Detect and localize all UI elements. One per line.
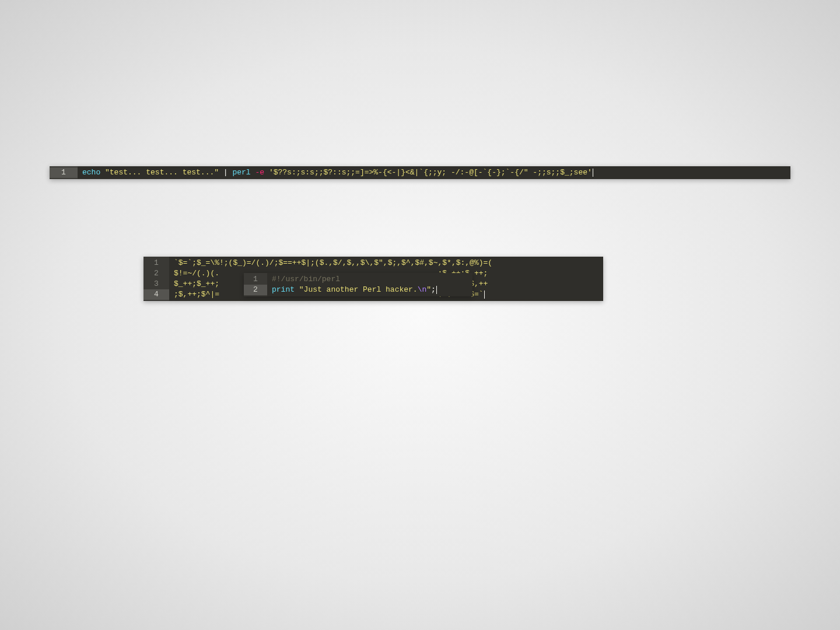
line-number: 1 bbox=[50, 167, 78, 178]
code-line: #!/usr/bin/perl bbox=[272, 274, 468, 285]
code-block-perl-japh: 12 #!/usr/bin/perlprint "Just another Pe… bbox=[244, 273, 473, 296]
line-number: 4 bbox=[144, 289, 169, 300]
code-token: "Just another Perl hacker. bbox=[299, 285, 418, 294]
code-line: print "Just another Perl hacker.\n"; bbox=[272, 285, 468, 295]
code-block-shell: 1 echo "test... test... test..." | perl … bbox=[50, 166, 790, 179]
text-cursor bbox=[593, 169, 593, 177]
code-area[interactable]: #!/usr/bin/perlprint "Just another Perl … bbox=[267, 273, 473, 296]
code-token: \n bbox=[418, 285, 427, 294]
code-token: ; bbox=[431, 285, 436, 294]
code-area[interactable]: echo "test... test... test..." | perl -e… bbox=[78, 166, 790, 179]
line-number: 1 bbox=[244, 274, 267, 285]
code-token: -e bbox=[255, 168, 268, 177]
code-token: " bbox=[426, 285, 431, 294]
code-token: perl bbox=[232, 168, 255, 177]
code-line: echo "test... test... test..." | perl -e… bbox=[82, 167, 786, 178]
line-number: 2 bbox=[244, 285, 267, 295]
code-token: | bbox=[219, 168, 232, 177]
text-cursor bbox=[484, 290, 485, 299]
code-token: "test... test... test..." bbox=[105, 168, 219, 177]
code-token: echo bbox=[82, 168, 105, 177]
line-gutter: 1234 bbox=[144, 257, 169, 301]
code-token: `$=`;$_=\%!;($_)=/(.)/;$==++$|;($.,$/,$,… bbox=[174, 258, 492, 267]
line-number: 1 bbox=[144, 258, 169, 268]
line-gutter: 1 bbox=[50, 166, 78, 179]
text-cursor bbox=[436, 286, 437, 294]
line-number: 3 bbox=[144, 279, 169, 289]
code-token: '$??s:;s:s;;$?::s;;=]=>%-{<-|}<&|`{;;y; … bbox=[269, 168, 592, 177]
code-token: print bbox=[272, 285, 299, 294]
line-gutter: 12 bbox=[244, 273, 267, 296]
code-line: `$=`;$_=\%!;($_)=/(.)/;$==++$|;($.,$/,$,… bbox=[174, 258, 598, 268]
line-number: 2 bbox=[144, 268, 169, 279]
code-token: #!/usr/bin/perl bbox=[272, 275, 340, 284]
